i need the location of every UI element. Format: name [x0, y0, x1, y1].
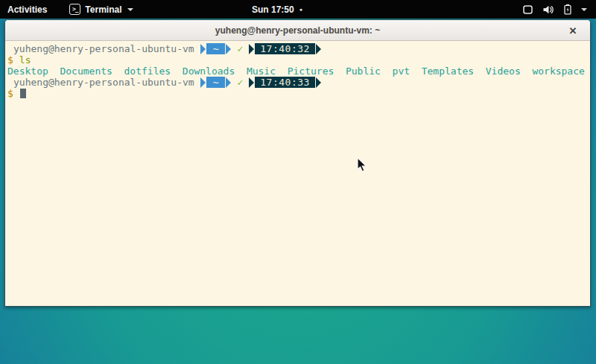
screen-icon: [522, 4, 533, 15]
terminal-screen[interactable]: yuheng@henry-personal-ubuntu-vm ~ ✓ 17:4…: [5, 41, 590, 306]
notification-dot: ●: [299, 0, 302, 19]
window-titlebar[interactable]: yuheng@henry-personal-ubuntu-vm: ~ ✕: [5, 20, 590, 41]
chevron-down-icon: [127, 8, 133, 11]
activities-button[interactable]: Activities: [0, 0, 54, 19]
powerline-arrow-icon: [249, 44, 254, 54]
prompt-path-segment: ~: [206, 43, 226, 54]
volume-icon: [542, 4, 554, 15]
close-button[interactable]: ✕: [565, 20, 581, 41]
status-check-icon: ✓: [237, 43, 243, 54]
command-line-current: $: [7, 88, 590, 99]
powerline-arrow-icon: [200, 77, 206, 88]
system-tray-menu[interactable]: [519, 0, 590, 19]
window-title: yuheng@henry-personal-ubuntu-vm: ~: [215, 25, 380, 36]
prompt-symbol: $: [7, 88, 13, 99]
terminal-app-icon: >_: [69, 4, 80, 15]
prompt-symbol: $: [7, 54, 13, 66]
ls-output-line: Desktop Documents dotfiles Downloads Mus…: [7, 66, 590, 77]
clock-label: Sun 17:50: [252, 4, 294, 15]
terminal-cursor: [20, 89, 26, 98]
command-line: $ ls: [7, 54, 590, 66]
terminal-window: yuheng@henry-personal-ubuntu-vm: ~ ✕ yuh…: [4, 19, 591, 307]
prompt-path-segment: ~: [206, 77, 226, 88]
powerline-arrow-icon: [226, 44, 231, 54]
prompt-line: yuheng@henry-personal-ubuntu-vm ~ ✓ 17:4…: [7, 43, 590, 54]
status-check-icon: ✓: [237, 77, 243, 88]
prompt-username: yuheng@henry-personal-ubuntu-vm: [7, 43, 194, 54]
gnome-top-bar: Activities >_ Terminal Sun 17:50 ●: [0, 0, 596, 19]
prompt-line: yuheng@henry-personal-ubuntu-vm ~ ✓ 17:4…: [7, 77, 590, 88]
typed-command: ls: [19, 54, 31, 66]
powerline-arrow-icon: [249, 77, 254, 88]
powerline-arrow-icon: [200, 44, 206, 54]
powerline-arrow-icon: [316, 44, 321, 54]
prompt-username: yuheng@henry-personal-ubuntu-vm: [7, 77, 194, 88]
app-menu-terminal[interactable]: >_ Terminal: [65, 0, 138, 19]
powerline-arrow-icon: [316, 77, 321, 88]
app-menu-label: Terminal: [85, 4, 121, 15]
clock-menu[interactable]: Sun 17:50 ●: [252, 0, 302, 19]
prompt-time-segment: 17:40:32: [255, 43, 315, 54]
prompt-time-segment: 17:40:33: [255, 77, 315, 88]
powerline-arrow-icon: [226, 77, 231, 88]
chevron-down-icon: [581, 8, 587, 11]
battery-charging-icon: [563, 4, 572, 15]
